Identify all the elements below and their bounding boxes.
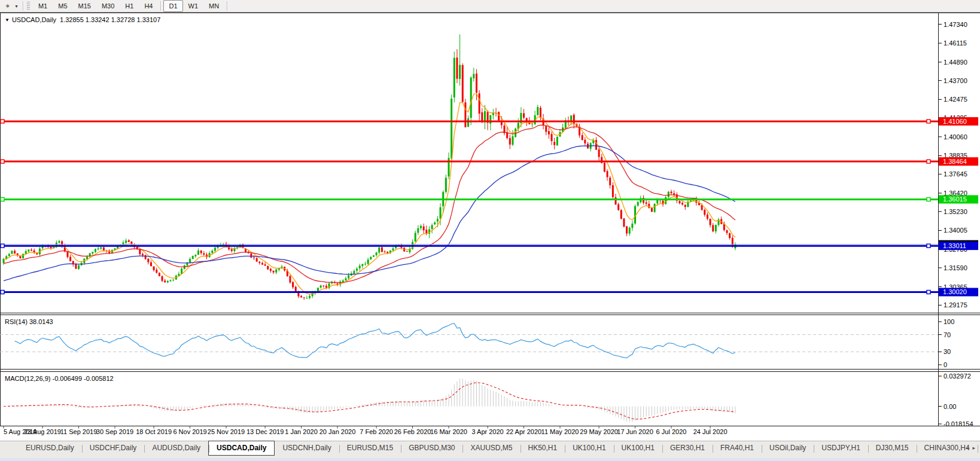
svg-text:16 Mar 2020: 16 Mar 2020	[430, 428, 467, 435]
svg-text:20 Jan 2020: 20 Jan 2020	[319, 428, 356, 435]
chart-tab-fra40-h1[interactable]: FRA40,H1	[713, 441, 762, 456]
svg-text:1.33011: 1.33011	[943, 242, 966, 249]
svg-text:1.31590: 1.31590	[944, 264, 967, 271]
svg-text:13 Dec 2019: 13 Dec 2019	[246, 428, 284, 435]
chart-tab-usoil-h[interactable]: USOil,H	[978, 441, 980, 456]
chart-title: ▼USDCAD,Daily 1.32855 1.33242 1.32728 1.…	[5, 16, 160, 23]
svg-text:0.00: 0.00	[944, 403, 956, 410]
tab-scroll-left-icon[interactable]: ◂	[966, 445, 969, 451]
rsi-line	[15, 323, 735, 358]
svg-text:1.43700: 1.43700	[944, 77, 967, 84]
chart-tab-usdjpy-h1[interactable]: USDJPY,H1	[814, 441, 868, 456]
toolbar-separator	[227, 1, 227, 11]
chart-tab-usdchf-daily[interactable]: USDCHF,Daily	[82, 441, 145, 456]
timeframe-button-m30[interactable]: M30	[96, 0, 120, 12]
hline-handle[interactable]	[927, 120, 930, 123]
hline-handle[interactable]	[927, 244, 930, 248]
chart-tab-hk50-h1[interactable]: HK50,H1	[521, 441, 565, 456]
ma-mid	[4, 125, 735, 282]
macd-panel	[4, 378, 735, 422]
svg-text:1.46115: 1.46115	[944, 39, 967, 47]
svg-text:6 Nov 2019: 6 Nov 2019	[173, 428, 206, 435]
hline-handle[interactable]	[1, 160, 4, 163]
svg-text:1.47340: 1.47340	[944, 21, 967, 28]
svg-text:1.44890: 1.44890	[944, 59, 967, 66]
chart-tab-eurusd-m15[interactable]: EURUSD,M15	[339, 441, 401, 456]
hline-handle[interactable]	[1, 244, 4, 248]
chart-canvas[interactable]: 1.473401.461151.448901.437001.424751.412…	[0, 13, 980, 441]
macd-signal-line	[4, 383, 735, 419]
chart-tab-usoil-daily[interactable]: USOil,Daily	[762, 441, 814, 456]
drawing-tool-dropdown-icon[interactable]: ▼	[14, 4, 19, 8]
timeframe-button-m15[interactable]: M15	[73, 0, 96, 12]
chart-tab-audusd-daily[interactable]: AUDUSD,Daily	[144, 441, 208, 456]
chart-tab-usdcad-daily[interactable]: USDCAD,Daily	[208, 441, 275, 456]
mt4-terminal: ⌖ ▼ M1M5M15M30H1H4D1W1MN 1.473401.461151…	[0, 0, 980, 461]
hline-handle[interactable]	[1, 197, 4, 201]
timeframe-button-h4[interactable]: H4	[139, 0, 158, 12]
svg-text:3 Apr 2020: 3 Apr 2020	[471, 428, 503, 435]
hline-handle[interactable]	[927, 160, 930, 163]
svg-text:1.38464: 1.38464	[943, 158, 967, 165]
svg-text:1.35230: 1.35230	[944, 208, 967, 215]
toolbar-separator	[160, 1, 161, 11]
chart-symbol: USDCAD,Daily	[12, 16, 56, 23]
svg-text:-0.018154: -0.018154	[944, 420, 973, 428]
ma-slow	[4, 146, 735, 281]
svg-text:26 Feb 2020: 26 Feb 2020	[394, 428, 431, 435]
hline-handle[interactable]	[1, 120, 4, 123]
svg-text:30: 30	[944, 348, 951, 355]
svg-text:1.40060: 1.40060	[944, 133, 967, 141]
chart-tab-ger30-h1[interactable]: GER30,H1	[662, 441, 713, 456]
drawing-tool-icon[interactable]: ⌖	[1, 1, 14, 11]
chart-tab-bar: EURUSD,DailyUSDCHF,DailyAUDUSD,DailyUSDC…	[0, 441, 980, 461]
svg-text:1.30020: 1.30020	[943, 288, 967, 295]
svg-text:1 Jan 2020: 1 Jan 2020	[285, 428, 317, 435]
svg-text:11 May 2020: 11 May 2020	[541, 428, 579, 435]
svg-text:22 Apr 2020: 22 Apr 2020	[506, 428, 541, 435]
timeframe-button-h1[interactable]: H1	[120, 0, 139, 12]
rsi-panel	[0, 323, 938, 358]
svg-text:25 Nov 2019: 25 Nov 2019	[208, 428, 245, 435]
svg-text:11 Sep 2019: 11 Sep 2019	[60, 428, 98, 435]
chart-tab-usdcnh-daily[interactable]: USDCNH,Daily	[275, 441, 339, 456]
macd-axis: 0.0329720.00-0.018154	[938, 373, 973, 428]
timeframe-toolbar: ⌖ ▼ M1M5M15M30H1H4D1W1MN	[0, 0, 980, 13]
chart-tab-uk100-h1[interactable]: UK100,H1	[565, 441, 613, 456]
svg-text:0: 0	[944, 361, 947, 368]
chart-tab-gbpusd-m30[interactable]: GBPUSD,M30	[401, 441, 462, 456]
svg-text:1.41060: 1.41060	[943, 118, 967, 125]
svg-text:17 Jun 2020: 17 Jun 2020	[617, 428, 653, 435]
svg-text:29 May 2020: 29 May 2020	[580, 428, 618, 435]
chart-window[interactable]: 1.473401.461151.448901.437001.424751.412…	[0, 13, 980, 441]
svg-text:6 Jul 2020: 6 Jul 2020	[656, 428, 687, 435]
svg-text:100: 100	[944, 318, 954, 325]
svg-text:1.29175: 1.29175	[944, 301, 967, 309]
toolbar-separator	[23, 1, 23, 11]
timeframe-button-m5[interactable]: M5	[53, 0, 72, 12]
tab-scroll-right-icon[interactable]: ▸	[972, 445, 975, 451]
svg-text:1.42475: 1.42475	[944, 96, 967, 103]
timeframe-button-m1[interactable]: M1	[33, 0, 53, 12]
timeframe-button-mn[interactable]: MN	[203, 0, 224, 12]
svg-text:24 Jul 2020: 24 Jul 2020	[693, 428, 728, 435]
svg-text:18 Oct 2019: 18 Oct 2019	[136, 428, 172, 435]
chart-collapse-icon[interactable]: ▼	[5, 17, 10, 23]
hline-handle[interactable]	[927, 290, 930, 294]
timeframe-button-d1[interactable]: D1	[163, 0, 182, 12]
toolbar-grip[interactable]	[27, 2, 30, 10]
chart-tab-uk100-h1[interactable]: UK100,H1	[614, 441, 662, 456]
chart-tab-dj30-m15[interactable]: DJ30,M15	[868, 441, 917, 456]
chart-tab-xauusd-m5[interactable]: XAUUSD,M5	[462, 441, 520, 456]
chart-tab-eurusd-daily[interactable]: EURUSD,Daily	[18, 441, 82, 456]
time-axis: 5 Aug 201923 Aug 201911 Sep 201930 Sep 2…	[4, 426, 728, 436]
price-axis: 1.473401.461151.448901.437001.424751.412…	[938, 21, 978, 309]
svg-text:1.36015: 1.36015	[943, 196, 967, 203]
bottom-status-strip	[0, 458, 980, 461]
timeframe-button-w1[interactable]: W1	[183, 0, 204, 12]
svg-text:7 Feb 2020: 7 Feb 2020	[360, 428, 393, 435]
hline-handle[interactable]	[1, 290, 4, 294]
hline-handle[interactable]	[927, 197, 930, 201]
ohlc-high: 1.33242	[86, 16, 109, 23]
rsi-indicator-label: RSI(14) 38.0143	[5, 318, 53, 325]
